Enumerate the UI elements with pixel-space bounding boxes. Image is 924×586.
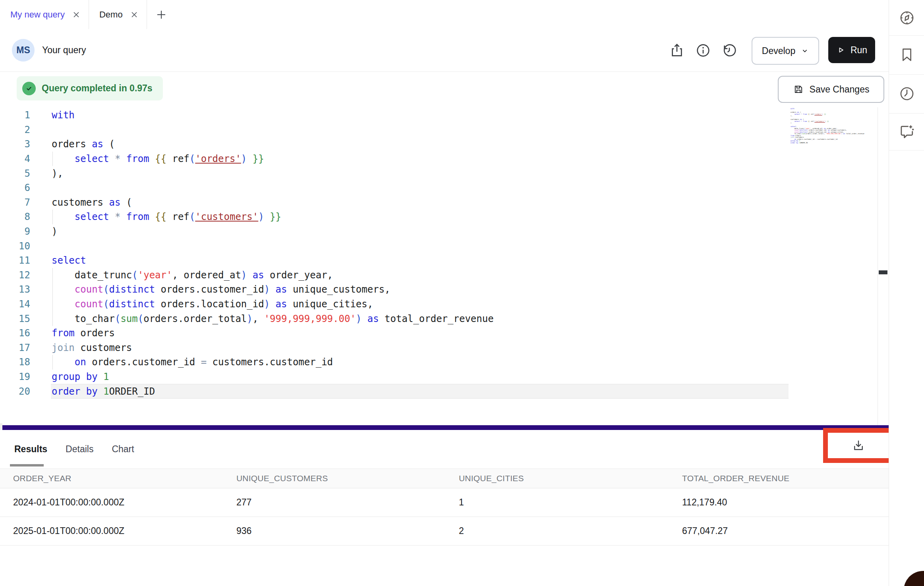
table-row: 2024-01-01T00:00:00.000Z2771112,179.40: [0, 488, 889, 517]
column-header: UNIQUE_CITIES: [446, 474, 669, 483]
code-line[interactable]: 15 to_char(sum(orders.order_total), '999…: [0, 311, 878, 326]
close-tab-icon[interactable]: [130, 10, 139, 19]
code-text: order by 1ORDER_ID: [52, 386, 155, 397]
run-button[interactable]: Run: [828, 37, 875, 63]
table-cell: 277: [223, 497, 446, 508]
active-tab-indicator: [10, 464, 44, 466]
tab-chart[interactable]: Chart: [112, 444, 134, 455]
code-line[interactable]: 11select: [0, 253, 878, 268]
tab-demo[interactable]: Demo: [89, 0, 147, 29]
code-line[interactable]: 3orders as (: [0, 137, 878, 152]
code-line[interactable]: 4 select * from {{ ref('orders') }}: [0, 152, 878, 166]
new-tab-button[interactable]: [147, 0, 176, 29]
table-cell: 2024-01-01T00:00:00.000Z: [0, 497, 223, 508]
line-number: 6: [0, 182, 30, 193]
right-toolbar: [889, 0, 924, 586]
code-text: count(distinct orders.location_id) as un…: [52, 299, 373, 310]
share-icon: [669, 42, 685, 58]
scrollbar-thumb[interactable]: [879, 270, 887, 274]
code-line[interactable]: 5),: [0, 166, 878, 181]
code-text: customers as (: [52, 197, 132, 208]
code-text: select: [52, 255, 86, 266]
code-line[interactable]: 17join customers: [0, 341, 878, 355]
table-row: 2025-01-01T00:00:00.000Z9362677,047.27: [0, 517, 889, 546]
save-icon: [793, 84, 804, 95]
chevron-down-icon: [801, 47, 809, 55]
clock-button[interactable]: [889, 74, 924, 114]
code-text: ),: [52, 168, 63, 179]
download-results-button[interactable]: [828, 433, 889, 458]
line-number: 7: [0, 197, 30, 208]
play-icon: [836, 45, 846, 55]
line-number: 17: [0, 342, 30, 353]
ai-chat-button[interactable]: [889, 113, 924, 150]
code-line[interactable]: 6: [0, 181, 878, 195]
code-text: on orders.customer_id = customers.custom…: [52, 357, 333, 368]
code-line[interactable]: 14 count(distinct orders.location_id) as…: [0, 297, 878, 312]
close-tab-icon[interactable]: [72, 10, 81, 19]
sql-code-editor[interactable]: 1with23orders as (4 select * from {{ ref…: [0, 108, 878, 399]
code-line[interactable]: 9): [0, 224, 878, 239]
run-label: Run: [851, 45, 867, 56]
line-number: 2: [0, 124, 30, 135]
tab-details[interactable]: Details: [66, 444, 93, 455]
compass-icon: [899, 10, 915, 26]
develop-dropdown[interactable]: Develop: [752, 37, 819, 65]
plus-icon: [156, 9, 167, 20]
tab-my-new-query[interactable]: My new query: [0, 0, 89, 29]
minimap-line: to_char(sum(orders.order_total), '999,99…: [791, 133, 876, 135]
code-line[interactable]: 1with: [0, 108, 878, 123]
code-line[interactable]: 8 select * from {{ ref('customers') }}: [0, 210, 878, 224]
table-cell: 112,179.40: [669, 497, 889, 508]
bookmark-button[interactable]: [889, 35, 924, 75]
tab-label: My new query: [10, 10, 65, 20]
table-cell: 2025-01-01T00:00:00.000Z: [0, 526, 223, 536]
line-number: 19: [0, 371, 30, 382]
code-text: select * from {{ ref('customers') }}: [52, 211, 281, 222]
code-text: ): [52, 226, 57, 237]
save-changes-button[interactable]: Save Changes: [778, 76, 884, 103]
code-line[interactable]: 7customers as (: [0, 195, 878, 210]
code-line[interactable]: 18 on orders.customer_id = customers.cus…: [0, 355, 878, 370]
download-icon: [851, 438, 866, 453]
line-number: 1: [0, 110, 30, 121]
code-line[interactable]: 20order by 1ORDER_ID: [0, 384, 878, 399]
code-line[interactable]: 19group by 1: [0, 370, 878, 384]
avatar: MS: [12, 39, 35, 62]
column-header: TOTAL_ORDER_REVENUE: [669, 474, 889, 483]
query-status-badge: Query completed in 0.97s: [17, 76, 163, 100]
code-text: join customers: [52, 342, 132, 353]
history-button[interactable]: [721, 42, 738, 59]
editor-minimap[interactable]: withorders as ( select * from {{ ref('or…: [791, 108, 876, 160]
tab-results[interactable]: Results: [14, 444, 47, 455]
code-line[interactable]: 12 date_trunc('year', ordered_at) as ord…: [0, 268, 878, 283]
save-changes-label: Save Changes: [810, 84, 870, 95]
clock-icon: [899, 85, 915, 102]
info-button[interactable]: [694, 42, 712, 59]
code-line[interactable]: 10: [0, 239, 878, 253]
results-panel: Results Details Chart ORDER_YEARUNIQUE_C…: [0, 430, 889, 586]
code-line[interactable]: 2: [0, 123, 878, 137]
share-button[interactable]: [668, 42, 686, 59]
code-text: orders as (: [52, 139, 115, 150]
table-cell: 677,047.27: [669, 526, 889, 536]
line-number: 5: [0, 168, 30, 179]
line-number: 13: [0, 284, 30, 295]
code-text: count(distinct orders.customer_id) as un…: [52, 284, 390, 295]
code-line[interactable]: 13 count(distinct orders.customer_id) as…: [0, 282, 878, 297]
line-number: 16: [0, 328, 30, 339]
line-number: 8: [0, 211, 30, 222]
table-cell: 2: [446, 526, 669, 536]
panel-splitter[interactable]: [2, 425, 889, 430]
info-icon: [695, 42, 711, 58]
line-number: 12: [0, 270, 30, 281]
code-line[interactable]: 16from orders: [0, 326, 878, 341]
editor-scrollbar[interactable]: [878, 107, 889, 425]
compass-button[interactable]: [889, 0, 924, 36]
bookmark-icon: [899, 46, 915, 63]
code-text: with: [52, 110, 75, 121]
code-text: from orders: [52, 328, 115, 339]
line-number: 4: [0, 153, 30, 164]
table-cell: 1: [446, 497, 669, 508]
code-text: date_trunc('year', ordered_at) as order_…: [52, 270, 333, 281]
